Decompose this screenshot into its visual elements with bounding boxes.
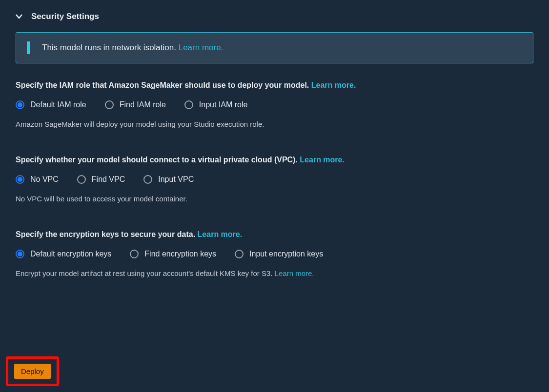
radio-label: Find VPC bbox=[92, 175, 125, 184]
iam-heading: Specify the IAM role that Amazon SageMak… bbox=[16, 81, 533, 90]
chevron-down-icon bbox=[16, 13, 22, 20]
radio-input-iam-role[interactable]: Input IAM role bbox=[184, 100, 248, 109]
vpc-radio-group: No VPC Find VPC Input VPC bbox=[16, 175, 533, 184]
radio-label: No VPC bbox=[30, 175, 59, 184]
vpc-section: Specify whether your model should connec… bbox=[16, 156, 533, 203]
radio-icon bbox=[16, 250, 24, 258]
radio-default-iam-role[interactable]: Default IAM role bbox=[16, 100, 86, 109]
radio-icon bbox=[235, 250, 244, 258]
iam-helper-text: Amazon SageMaker will deploy your model … bbox=[16, 120, 533, 128]
radio-icon bbox=[16, 100, 24, 109]
banner-learn-more-link[interactable]: Learn more. bbox=[179, 43, 224, 52]
radio-label: Default IAM role bbox=[30, 100, 86, 109]
iam-learn-more-link[interactable]: Learn more. bbox=[311, 81, 356, 89]
radio-label: Find IAM role bbox=[120, 100, 166, 109]
vpc-helper-text: No VPC will be used to access your model… bbox=[16, 195, 533, 203]
banner-message: This model runs in network isolation. bbox=[42, 43, 179, 52]
banner-text: This model runs in network isolation. Le… bbox=[42, 43, 223, 53]
radio-label: Input VPC bbox=[158, 175, 194, 184]
iam-radio-group: Default IAM role Find IAM role Input IAM… bbox=[16, 100, 533, 109]
radio-label: Input encryption keys bbox=[249, 250, 323, 258]
deploy-highlight-box: Deploy bbox=[6, 356, 59, 386]
vpc-heading: Specify whether your model should connec… bbox=[16, 156, 533, 164]
deploy-button[interactable]: Deploy bbox=[14, 364, 51, 379]
radio-icon bbox=[143, 175, 152, 184]
vpc-learn-more-link[interactable]: Learn more. bbox=[300, 156, 345, 164]
encryption-section: Specify the encryption keys to secure yo… bbox=[16, 230, 533, 277]
radio-no-vpc[interactable]: No VPC bbox=[16, 175, 59, 184]
radio-icon bbox=[16, 175, 24, 184]
radio-find-encryption-keys[interactable]: Find encryption keys bbox=[130, 250, 216, 258]
encryption-learn-more-link[interactable]: Learn more. bbox=[198, 230, 243, 238]
iam-role-section: Specify the IAM role that Amazon SageMak… bbox=[16, 81, 533, 128]
radio-find-vpc[interactable]: Find VPC bbox=[77, 175, 125, 184]
radio-label: Default encryption keys bbox=[30, 250, 111, 258]
radio-icon bbox=[77, 175, 86, 184]
security-settings-header[interactable]: Security Settings bbox=[16, 12, 533, 21]
radio-input-encryption-keys[interactable]: Input encryption keys bbox=[235, 250, 323, 258]
banner-accent bbox=[27, 41, 30, 54]
network-isolation-banner: This model runs in network isolation. Le… bbox=[16, 32, 533, 63]
encryption-radio-group: Default encryption keys Find encryption … bbox=[16, 250, 533, 258]
radio-icon bbox=[184, 100, 193, 109]
radio-default-encryption-keys[interactable]: Default encryption keys bbox=[16, 250, 111, 258]
radio-icon bbox=[130, 250, 139, 258]
encryption-helper-learn-more-link[interactable]: Learn more. bbox=[275, 269, 314, 277]
radio-label: Input IAM role bbox=[199, 100, 248, 109]
radio-label: Find encryption keys bbox=[144, 250, 216, 258]
radio-icon bbox=[105, 100, 114, 109]
encryption-heading: Specify the encryption keys to secure yo… bbox=[16, 230, 533, 239]
radio-find-iam-role[interactable]: Find IAM role bbox=[105, 100, 166, 109]
encryption-helper-text: Encrypt your model artifact at rest usin… bbox=[16, 269, 533, 277]
section-title: Security Settings bbox=[31, 12, 99, 21]
radio-input-vpc[interactable]: Input VPC bbox=[143, 175, 194, 184]
